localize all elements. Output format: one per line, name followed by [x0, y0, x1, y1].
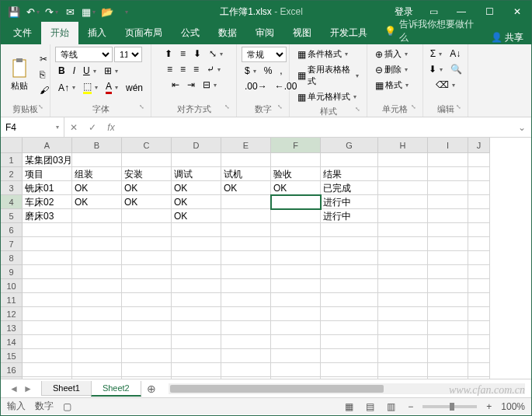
- align-right-icon[interactable]: ≡: [190, 62, 202, 76]
- cell-A13[interactable]: [23, 321, 72, 335]
- cell-G9[interactable]: [321, 265, 378, 279]
- row-head-8[interactable]: 8: [1, 251, 23, 265]
- merge-button[interactable]: ⊟: [200, 78, 220, 92]
- cell-J9[interactable]: [468, 265, 490, 279]
- row-head-1[interactable]: 1: [1, 153, 23, 167]
- cell-G16[interactable]: [321, 363, 378, 377]
- cell-G11[interactable]: [321, 293, 378, 307]
- cell-I5[interactable]: [428, 209, 468, 223]
- cell-D2[interactable]: 调试: [172, 167, 221, 181]
- cell-F7[interactable]: [271, 237, 321, 251]
- cell-A4[interactable]: 车床02: [23, 195, 72, 209]
- cell-A14[interactable]: [23, 335, 72, 349]
- cell-F8[interactable]: [271, 251, 321, 265]
- cell-I8[interactable]: [428, 251, 468, 265]
- cell-F1[interactable]: [271, 153, 321, 167]
- cell-F17[interactable]: [271, 377, 321, 379]
- cell-D10[interactable]: [172, 279, 221, 293]
- cell-D12[interactable]: [172, 307, 221, 321]
- col-head-F[interactable]: F: [271, 138, 321, 153]
- tab-formulas[interactable]: 公式: [172, 22, 209, 44]
- cell-I3[interactable]: [428, 181, 468, 195]
- enter-formula-icon[interactable]: ✓: [83, 122, 102, 133]
- find-icon[interactable]: 🔍: [447, 62, 465, 76]
- format-cells-button[interactable]: ▦ 格式: [372, 78, 418, 93]
- cell-D3[interactable]: OK: [172, 181, 221, 195]
- cell-E11[interactable]: [221, 293, 271, 307]
- cell-E9[interactable]: [221, 265, 271, 279]
- align-left-icon[interactable]: ≡: [164, 62, 176, 76]
- cell-I15[interactable]: [428, 349, 468, 363]
- col-head-D[interactable]: D: [172, 138, 221, 153]
- cell-B2[interactable]: 组装: [72, 167, 122, 181]
- col-head-J[interactable]: J: [468, 138, 490, 153]
- cell-E14[interactable]: [221, 335, 271, 349]
- tab-review[interactable]: 审阅: [246, 22, 283, 44]
- cell-C12[interactable]: [122, 307, 172, 321]
- cell-C3[interactable]: OK: [122, 181, 172, 195]
- cell-B14[interactable]: [72, 335, 122, 349]
- cell-A8[interactable]: [23, 251, 72, 265]
- cell-G6[interactable]: [321, 223, 378, 237]
- cell-J16[interactable]: [468, 363, 490, 377]
- col-head-A[interactable]: A: [23, 138, 72, 153]
- cell-C11[interactable]: [122, 293, 172, 307]
- bold-button[interactable]: B: [55, 64, 68, 78]
- cell-B9[interactable]: [72, 265, 122, 279]
- fill-color-button[interactable]: ⬚: [80, 79, 101, 96]
- percent-icon[interactable]: %: [261, 64, 276, 78]
- cell-C2[interactable]: 安装: [122, 167, 172, 181]
- row-head-10[interactable]: 10: [1, 279, 23, 293]
- col-head-C[interactable]: C: [122, 138, 172, 153]
- qat-customize-icon[interactable]: [117, 3, 134, 20]
- cell-F2[interactable]: 验收: [271, 167, 321, 181]
- tab-dev[interactable]: 开发工具: [321, 22, 377, 44]
- accounting-icon[interactable]: $: [242, 64, 259, 78]
- cell-D16[interactable]: [172, 363, 221, 377]
- cell-B15[interactable]: [72, 349, 122, 363]
- align-middle-icon[interactable]: ≡: [177, 47, 189, 61]
- tab-view[interactable]: 视图: [283, 22, 321, 44]
- cell-J1[interactable]: [468, 153, 490, 167]
- cell-F9[interactable]: [271, 265, 321, 279]
- cell-A9[interactable]: [23, 265, 72, 279]
- tab-home[interactable]: 开始: [41, 22, 78, 44]
- formula-input[interactable]: [120, 118, 513, 137]
- cell-C15[interactable]: [122, 349, 172, 363]
- font-name-select[interactable]: 等线: [55, 47, 113, 62]
- cell-I6[interactable]: [428, 223, 468, 237]
- view-pagebreak-icon[interactable]: ▥: [384, 400, 398, 414]
- cell-H10[interactable]: [378, 279, 428, 293]
- copy-icon[interactable]: ⎘: [37, 68, 52, 82]
- cell-E5[interactable]: [221, 209, 271, 223]
- cell-E4[interactable]: [221, 195, 271, 209]
- cell-G10[interactable]: [321, 279, 378, 293]
- cell-E8[interactable]: [221, 251, 271, 265]
- sheet-nav-next-icon[interactable]: ►: [21, 383, 35, 394]
- fill-icon[interactable]: ⬇: [426, 62, 446, 76]
- select-all-corner[interactable]: [1, 138, 23, 153]
- cell-J10[interactable]: [468, 279, 490, 293]
- cell-E6[interactable]: [221, 223, 271, 237]
- wrap-text-icon[interactable]: ⤶: [203, 62, 224, 76]
- cell-J13[interactable]: [468, 321, 490, 335]
- cell-F13[interactable]: [271, 321, 321, 335]
- row-head-3[interactable]: 3: [1, 181, 23, 195]
- cell-B8[interactable]: [72, 251, 122, 265]
- cell-H16[interactable]: [378, 363, 428, 377]
- cell-I4[interactable]: [428, 195, 468, 209]
- cell-H9[interactable]: [378, 265, 428, 279]
- cell-F4[interactable]: [271, 195, 321, 209]
- cell-J17[interactable]: [468, 377, 490, 379]
- sheet-nav-prev-icon[interactable]: ◄: [7, 383, 21, 394]
- zoom-out-icon[interactable]: −: [405, 400, 416, 414]
- cell-F16[interactable]: [271, 363, 321, 377]
- row-head-16[interactable]: 16: [1, 363, 23, 377]
- cell-D5[interactable]: OK: [172, 209, 221, 223]
- insert-cells-button[interactable]: ⊕ 插入: [372, 47, 418, 61]
- cell-E12[interactable]: [221, 307, 271, 321]
- cell-G14[interactable]: [321, 335, 378, 349]
- cell-G13[interactable]: [321, 321, 378, 335]
- cell-F5[interactable]: [271, 209, 321, 223]
- row-head-17[interactable]: 17: [1, 377, 23, 379]
